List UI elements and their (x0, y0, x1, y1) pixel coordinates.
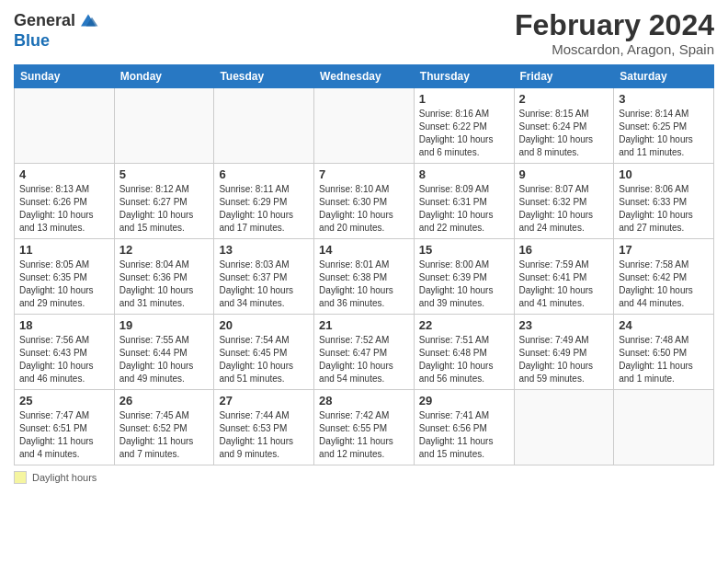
table-row: 27Sunrise: 7:44 AMSunset: 6:53 PMDayligh… (214, 390, 314, 465)
daylight-label: Daylight hours (32, 472, 97, 483)
location-subtitle: Moscardon, Aragon, Spain (515, 41, 714, 57)
day-info: Sunrise: 7:51 AMSunset: 6:48 PMDaylight:… (419, 334, 509, 385)
day-info: Sunrise: 8:16 AMSunset: 6:22 PMDaylight:… (419, 108, 509, 159)
table-row: 6Sunrise: 8:11 AMSunset: 6:29 PMDaylight… (214, 164, 314, 239)
day-number: 21 (319, 318, 409, 332)
day-number: 9 (519, 167, 609, 181)
table-row (15, 88, 115, 164)
table-row: 18Sunrise: 7:56 AMSunset: 6:43 PMDayligh… (15, 315, 115, 390)
table-row: 2Sunrise: 8:15 AMSunset: 6:24 PMDaylight… (514, 88, 614, 164)
table-row: 29Sunrise: 7:41 AMSunset: 6:56 PMDayligh… (414, 390, 514, 465)
day-info: Sunrise: 7:54 AMSunset: 6:45 PMDaylight:… (219, 334, 309, 385)
day-number: 13 (219, 243, 309, 257)
day-info: Sunrise: 8:14 AMSunset: 6:25 PMDaylight:… (619, 108, 709, 159)
day-number: 17 (619, 243, 709, 257)
day-info: Sunrise: 7:41 AMSunset: 6:56 PMDaylight:… (419, 409, 509, 461)
table-row: 28Sunrise: 7:42 AMSunset: 6:55 PMDayligh… (314, 390, 415, 465)
table-row (614, 390, 714, 465)
calendar-week-row: 11Sunrise: 8:05 AMSunset: 6:35 PMDayligh… (15, 239, 714, 315)
col-saturday: Saturday (614, 65, 714, 88)
day-info: Sunrise: 7:45 AMSunset: 6:52 PMDaylight:… (119, 409, 210, 461)
logo-icon (77, 9, 99, 31)
calendar-week-row: 25Sunrise: 7:47 AMSunset: 6:51 PMDayligh… (15, 390, 714, 465)
page-container: General Blue February 2024 Moscardon, Ar… (0, 0, 728, 493)
col-wednesday: Wednesday (314, 65, 415, 88)
day-info: Sunrise: 8:15 AMSunset: 6:24 PMDaylight:… (519, 108, 609, 159)
daylight-indicator (14, 471, 27, 484)
day-info: Sunrise: 7:52 AMSunset: 6:47 PMDaylight:… (319, 334, 409, 385)
table-row: 24Sunrise: 7:48 AMSunset: 6:50 PMDayligh… (614, 315, 714, 390)
day-info: Sunrise: 8:10 AMSunset: 6:30 PMDaylight:… (319, 183, 409, 235)
logo-general-text: General (14, 11, 75, 30)
col-sunday: Sunday (15, 65, 115, 88)
day-info: Sunrise: 8:07 AMSunset: 6:32 PMDaylight:… (519, 183, 609, 235)
col-friday: Friday (514, 65, 614, 88)
day-number: 29 (419, 394, 509, 408)
table-row: 26Sunrise: 7:45 AMSunset: 6:52 PMDayligh… (114, 390, 214, 465)
footer: Daylight hours (14, 471, 714, 484)
day-info: Sunrise: 7:42 AMSunset: 6:55 PMDaylight:… (319, 409, 409, 461)
day-number: 19 (119, 318, 210, 332)
day-number: 23 (519, 318, 609, 332)
table-row: 4Sunrise: 8:13 AMSunset: 6:26 PMDaylight… (15, 164, 115, 239)
day-info: Sunrise: 8:09 AMSunset: 6:31 PMDaylight:… (419, 183, 509, 235)
table-row: 17Sunrise: 7:58 AMSunset: 6:42 PMDayligh… (614, 239, 714, 315)
day-info: Sunrise: 8:11 AMSunset: 6:29 PMDaylight:… (219, 183, 309, 235)
col-monday: Monday (114, 65, 214, 88)
day-number: 27 (219, 394, 309, 408)
table-row: 23Sunrise: 7:49 AMSunset: 6:49 PMDayligh… (514, 315, 614, 390)
day-info: Sunrise: 7:44 AMSunset: 6:53 PMDaylight:… (219, 409, 309, 461)
day-info: Sunrise: 8:03 AMSunset: 6:37 PMDaylight:… (219, 259, 309, 310)
day-info: Sunrise: 8:05 AMSunset: 6:35 PMDaylight:… (19, 259, 109, 310)
logo-blue-text: Blue (14, 31, 50, 50)
table-row: 15Sunrise: 8:00 AMSunset: 6:39 PMDayligh… (414, 239, 514, 315)
day-info: Sunrise: 8:12 AMSunset: 6:27 PMDaylight:… (119, 183, 210, 235)
table-row: 11Sunrise: 8:05 AMSunset: 6:35 PMDayligh… (15, 239, 115, 315)
day-number: 1 (419, 92, 509, 106)
day-number: 18 (19, 318, 109, 332)
day-info: Sunrise: 7:49 AMSunset: 6:49 PMDaylight:… (519, 334, 609, 385)
calendar-week-row: 1Sunrise: 8:16 AMSunset: 6:22 PMDaylight… (15, 88, 714, 164)
table-row: 1Sunrise: 8:16 AMSunset: 6:22 PMDaylight… (414, 88, 514, 164)
table-row: 7Sunrise: 8:10 AMSunset: 6:30 PMDaylight… (314, 164, 415, 239)
header: General Blue February 2024 Moscardon, Ar… (14, 9, 714, 57)
day-number: 20 (219, 318, 309, 332)
month-year-title: February 2024 (515, 9, 714, 41)
table-row: 22Sunrise: 7:51 AMSunset: 6:48 PMDayligh… (414, 315, 514, 390)
day-info: Sunrise: 8:13 AMSunset: 6:26 PMDaylight:… (19, 183, 109, 235)
day-number: 24 (619, 318, 709, 332)
day-number: 28 (319, 394, 409, 408)
day-number: 22 (419, 318, 509, 332)
calendar-table: Sunday Monday Tuesday Wednesday Thursday… (14, 64, 714, 465)
day-number: 14 (319, 243, 409, 257)
day-info: Sunrise: 8:01 AMSunset: 6:38 PMDaylight:… (319, 259, 409, 310)
day-info: Sunrise: 7:58 AMSunset: 6:42 PMDaylight:… (619, 259, 709, 310)
calendar-week-row: 4Sunrise: 8:13 AMSunset: 6:26 PMDaylight… (15, 164, 714, 239)
day-info: Sunrise: 8:06 AMSunset: 6:33 PMDaylight:… (619, 183, 709, 235)
table-row (314, 88, 415, 164)
table-row: 13Sunrise: 8:03 AMSunset: 6:37 PMDayligh… (214, 239, 314, 315)
day-info: Sunrise: 7:55 AMSunset: 6:44 PMDaylight:… (119, 334, 210, 385)
table-row: 3Sunrise: 8:14 AMSunset: 6:25 PMDaylight… (614, 88, 714, 164)
day-number: 12 (119, 243, 210, 257)
day-number: 25 (19, 394, 109, 408)
table-row (114, 88, 214, 164)
table-row (214, 88, 314, 164)
day-info: Sunrise: 7:59 AMSunset: 6:41 PMDaylight:… (519, 259, 609, 310)
day-info: Sunrise: 8:00 AMSunset: 6:39 PMDaylight:… (419, 259, 509, 310)
calendar-header-row: Sunday Monday Tuesday Wednesday Thursday… (15, 65, 714, 88)
day-number: 2 (519, 92, 609, 106)
table-row: 20Sunrise: 7:54 AMSunset: 6:45 PMDayligh… (214, 315, 314, 390)
day-number: 4 (19, 167, 109, 181)
day-number: 11 (19, 243, 109, 257)
table-row: 8Sunrise: 8:09 AMSunset: 6:31 PMDaylight… (414, 164, 514, 239)
day-info: Sunrise: 7:56 AMSunset: 6:43 PMDaylight:… (19, 334, 109, 385)
col-tuesday: Tuesday (214, 65, 314, 88)
day-number: 3 (619, 92, 709, 106)
table-row: 12Sunrise: 8:04 AMSunset: 6:36 PMDayligh… (114, 239, 214, 315)
day-info: Sunrise: 7:48 AMSunset: 6:50 PMDaylight:… (619, 334, 709, 385)
day-number: 15 (419, 243, 509, 257)
day-number: 5 (119, 167, 210, 181)
table-row: 10Sunrise: 8:06 AMSunset: 6:33 PMDayligh… (614, 164, 714, 239)
table-row: 5Sunrise: 8:12 AMSunset: 6:27 PMDaylight… (114, 164, 214, 239)
